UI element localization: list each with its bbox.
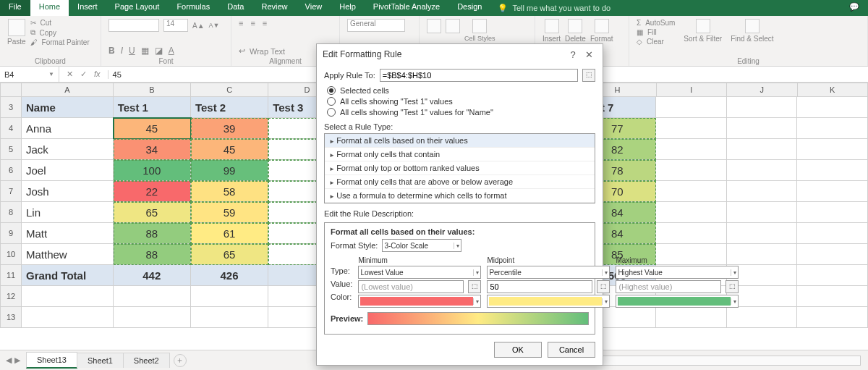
cell[interactable] xyxy=(727,202,798,223)
row-header-12[interactable]: 12 xyxy=(0,286,22,307)
align-middle-icon[interactable]: ≡ xyxy=(250,19,255,28)
col-header-I[interactable]: I xyxy=(657,83,728,97)
cell[interactable] xyxy=(656,223,727,244)
row-header-8[interactable]: 8 xyxy=(0,202,22,223)
radio-all-test1[interactable]: All cells showing "Test 1" values xyxy=(327,97,595,106)
cell[interactable]: 65 xyxy=(114,202,191,223)
cell[interactable] xyxy=(797,139,868,160)
cell[interactable] xyxy=(114,307,191,328)
tab-pivot-analyze[interactable]: PivotTable Analyze xyxy=(365,0,448,16)
cell[interactable]: Lin xyxy=(22,202,114,223)
cell[interactable]: 61 xyxy=(191,223,268,244)
find-select-button[interactable]: Find & Select xyxy=(731,19,773,46)
range-picker-icon[interactable]: ⬚ xyxy=(582,69,595,82)
mid-color-select[interactable]: ▾ xyxy=(487,295,610,308)
cell[interactable]: 88 xyxy=(114,223,191,244)
delete-cells-button[interactable]: Delete xyxy=(565,19,586,43)
ok-button[interactable]: OK xyxy=(494,342,542,358)
enter-formula-icon[interactable]: ✓ xyxy=(80,70,87,79)
cell[interactable] xyxy=(727,223,798,244)
mid-value-input[interactable] xyxy=(487,280,592,293)
format-as-table-button[interactable] xyxy=(446,19,460,33)
cell-styles-button[interactable]: Cell Styles xyxy=(464,19,495,42)
cancel-formula-icon[interactable]: ✕ xyxy=(67,70,73,79)
radio-all-test1-name[interactable]: All cells showing "Test 1" values for "N… xyxy=(327,108,595,117)
tab-home[interactable]: Home xyxy=(30,0,69,16)
cell[interactable] xyxy=(727,139,798,160)
row-header-4[interactable]: 4 xyxy=(0,118,22,139)
add-sheet-button[interactable]: ＋ xyxy=(174,354,187,367)
cell[interactable]: Anna xyxy=(22,118,114,139)
cell[interactable]: 22 xyxy=(114,181,191,202)
cell[interactable]: 58 xyxy=(191,181,268,202)
cell[interactable]: 34 xyxy=(114,139,191,160)
min-value-input[interactable] xyxy=(358,280,464,293)
cell[interactable] xyxy=(797,286,868,307)
conditional-formatting-button[interactable] xyxy=(427,19,441,33)
sheet-tab-sheet13[interactable]: Sheet13 xyxy=(26,352,77,369)
cell[interactable]: Grand Total xyxy=(22,265,114,286)
name-box[interactable]: B4 ▼ xyxy=(0,67,59,82)
fx-icon[interactable]: fx xyxy=(94,70,101,79)
cell[interactable] xyxy=(797,307,868,328)
tab-file[interactable]: File xyxy=(0,0,30,16)
radio-selected-cells[interactable]: Selected cells xyxy=(327,86,595,95)
range-picker-icon[interactable]: ⬚ xyxy=(726,280,739,293)
cell[interactable] xyxy=(727,160,798,181)
border-icon[interactable]: ▦ xyxy=(141,46,149,56)
cell[interactable]: Test 2 xyxy=(191,97,268,118)
col-header-B[interactable]: B xyxy=(114,83,191,97)
cell[interactable]: Jack xyxy=(22,139,114,160)
row-header-10[interactable]: 10 xyxy=(0,244,22,265)
clear-button[interactable]: ◇Clear xyxy=(637,38,675,46)
row-header-5[interactable]: 5 xyxy=(0,139,22,160)
font-color-icon[interactable]: A xyxy=(169,46,174,56)
cell[interactable] xyxy=(656,160,727,181)
mid-type-select[interactable]: Percentile▾ xyxy=(487,266,610,279)
cell[interactable] xyxy=(727,307,798,328)
copy-button[interactable]: ⧉Copy xyxy=(30,28,90,37)
increase-font-icon[interactable]: A▲ xyxy=(192,22,205,30)
format-painter-button[interactable]: 🖌Format Painter xyxy=(30,38,90,46)
cell[interactable] xyxy=(727,181,798,202)
cell[interactable] xyxy=(656,139,727,160)
sheet-nav-prev-icon[interactable]: ◀ xyxy=(6,356,12,365)
sort-filter-button[interactable]: Sort & Filter xyxy=(684,19,722,46)
cell[interactable]: 426 xyxy=(191,265,268,286)
cell[interactable]: 442 xyxy=(114,265,191,286)
cell[interactable]: Matt xyxy=(22,223,114,244)
cell[interactable] xyxy=(656,97,727,118)
cell[interactable]: Josh xyxy=(22,181,114,202)
col-header-A[interactable]: A xyxy=(22,83,114,97)
cell[interactable] xyxy=(656,181,727,202)
cell[interactable] xyxy=(191,286,268,307)
apply-rule-to-input[interactable] xyxy=(380,69,578,82)
max-type-select[interactable]: Highest Value▾ xyxy=(616,266,739,279)
cell[interactable]: 65 xyxy=(191,244,268,265)
cell[interactable] xyxy=(797,265,868,286)
cancel-button[interactable]: Cancel xyxy=(548,342,595,358)
row-header-6[interactable]: 6 xyxy=(0,160,22,181)
range-picker-icon[interactable]: ⬚ xyxy=(468,280,481,293)
italic-button[interactable]: I xyxy=(121,46,123,56)
cell[interactable] xyxy=(22,286,114,307)
cell[interactable] xyxy=(797,244,868,265)
cell[interactable]: 45 xyxy=(191,139,268,160)
tab-design[interactable]: Design xyxy=(448,0,490,16)
cell[interactable] xyxy=(797,223,868,244)
col-header-C[interactable]: C xyxy=(191,83,268,97)
cell[interactable] xyxy=(656,307,727,328)
cell[interactable]: 100 xyxy=(114,160,191,181)
cell[interactable] xyxy=(114,286,191,307)
rule-type-item[interactable]: Format only top or bottom ranked values xyxy=(325,161,595,175)
underline-button[interactable]: U xyxy=(129,46,135,56)
cell[interactable]: 39 xyxy=(191,118,268,139)
tab-data[interactable]: Data xyxy=(218,0,252,16)
align-bottom-icon[interactable]: ≡ xyxy=(263,19,267,28)
paste-button[interactable]: Paste xyxy=(7,19,26,46)
cell[interactable]: 99 xyxy=(191,160,268,181)
tab-formulas[interactable]: Formulas xyxy=(168,0,218,16)
cell[interactable] xyxy=(797,160,868,181)
max-value-input[interactable] xyxy=(616,280,721,293)
insert-cells-button[interactable]: Insert xyxy=(542,19,561,43)
